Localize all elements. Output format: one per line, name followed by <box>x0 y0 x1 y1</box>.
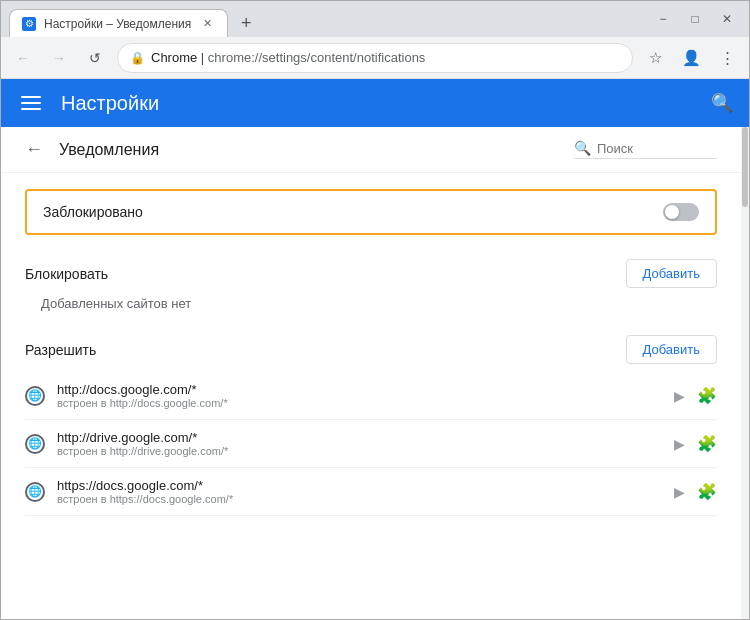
account-button[interactable]: 👤 <box>677 44 705 72</box>
window-controls: − □ ✕ <box>649 5 741 33</box>
toggle-area <box>663 203 699 221</box>
content-area[interactable]: ← Уведомления 🔍 Заблокировано <box>1 127 741 619</box>
site-chevron-2[interactable]: ▶ <box>674 484 685 500</box>
site-sub-1: встроен в http://drive.google.com/* <box>57 445 662 457</box>
empty-sites-label: Добавленных сайтов нет <box>25 296 717 311</box>
site-url-0: http://docs.google.com/* <box>57 382 662 397</box>
forward-button[interactable]: → <box>45 44 73 72</box>
site-row: 🌐 https://docs.google.com/* встроен в ht… <box>25 468 717 516</box>
tab-title: Настройки – Уведомления <box>44 17 191 31</box>
new-tab-button[interactable]: + <box>232 9 260 37</box>
scrollbar-thumb[interactable] <box>742 127 748 207</box>
block-section-label: Блокировать <box>25 266 108 282</box>
search-box-icon: 🔍 <box>574 140 591 156</box>
site-sub-0: встроен в http://docs.google.com/* <box>57 397 662 409</box>
allow-section-header: Разрешить Добавить <box>25 335 717 364</box>
site-icon-0: 🌐 <box>25 386 45 406</box>
url-separator: | <box>197 50 208 65</box>
site-puzzle-2[interactable]: 🧩 <box>697 482 717 501</box>
url-site: Chrome <box>151 50 197 65</box>
lock-icon: 🔒 <box>130 51 145 65</box>
add-block-button[interactable]: Добавить <box>626 259 717 288</box>
hamburger-line <box>21 102 41 104</box>
settings-header: Настройки 🔍 <box>1 79 749 127</box>
notifications-title: Уведомления <box>59 141 558 159</box>
allow-section: Разрешить Добавить 🌐 http://docs.google.… <box>1 327 741 516</box>
back-button[interactable]: ← <box>9 44 37 72</box>
add-allow-button[interactable]: Добавить <box>626 335 717 364</box>
toggle-knob <box>665 205 679 219</box>
notifications-header: ← Уведомления 🔍 <box>1 127 741 173</box>
site-icon-2: 🌐 <box>25 482 45 502</box>
browser-menu-button[interactable]: ⋮ <box>713 44 741 72</box>
search-box: 🔍 <box>574 140 717 159</box>
settings-search-icon[interactable]: 🔍 <box>711 92 733 114</box>
search-input[interactable] <box>597 141 717 156</box>
allow-section-label: Разрешить <box>25 342 96 358</box>
blocked-label: Заблокировано <box>43 204 143 220</box>
site-row: 🌐 http://docs.google.com/* встроен в htt… <box>25 372 717 420</box>
site-url-1: http://drive.google.com/* <box>57 430 662 445</box>
block-section: Блокировать Добавить Добавленных сайтов … <box>1 251 741 327</box>
titlebar: Настройки – Уведомления ✕ + − □ ✕ <box>1 1 749 37</box>
main-content: ← Уведомления 🔍 Заблокировано <box>1 127 749 619</box>
reload-button[interactable]: ↺ <box>81 44 109 72</box>
site-info-0: http://docs.google.com/* встроен в http:… <box>57 382 662 409</box>
tab-favicon <box>22 17 36 31</box>
hamburger-line <box>21 108 41 110</box>
site-puzzle-0[interactable]: 🧩 <box>697 386 717 405</box>
site-icon-1: 🌐 <box>25 434 45 454</box>
site-chevron-1[interactable]: ▶ <box>674 436 685 452</box>
maximize-button[interactable]: □ <box>681 5 709 33</box>
site-puzzle-1[interactable]: 🧩 <box>697 434 717 453</box>
hamburger-menu-button[interactable] <box>17 92 45 114</box>
url-path: chrome://settings/content/notifications <box>208 50 426 65</box>
site-info-2: https://docs.google.com/* встроен в http… <box>57 478 662 505</box>
hamburger-line <box>21 96 41 98</box>
site-info-1: http://drive.google.com/* встроен в http… <box>57 430 662 457</box>
bookmark-button[interactable]: ☆ <box>641 44 669 72</box>
site-sub-2: встроен в https://docs.google.com/* <box>57 493 662 505</box>
omnibox[interactable]: 🔒 Chrome | chrome://settings/content/not… <box>117 43 633 73</box>
blocked-toggle[interactable] <box>663 203 699 221</box>
url-display: Chrome | chrome://settings/content/notif… <box>151 50 620 65</box>
site-url-2: https://docs.google.com/* <box>57 478 662 493</box>
site-chevron-0[interactable]: ▶ <box>674 388 685 404</box>
minimize-button[interactable]: − <box>649 5 677 33</box>
browser-window: Настройки – Уведомления ✕ + − □ ✕ ← → ↺ … <box>0 0 750 620</box>
blocked-section: Заблокировано <box>25 189 717 235</box>
addressbar: ← → ↺ 🔒 Chrome | chrome://settings/conte… <box>1 37 749 79</box>
back-to-content-button[interactable]: ← <box>25 139 43 160</box>
scrollbar[interactable] <box>741 127 749 619</box>
site-row: 🌐 http://drive.google.com/* встроен в ht… <box>25 420 717 468</box>
active-tab[interactable]: Настройки – Уведомления ✕ <box>9 9 228 37</box>
block-section-header: Блокировать Добавить <box>25 259 717 288</box>
close-button[interactable]: ✕ <box>713 5 741 33</box>
tab-area: Настройки – Уведомления ✕ + <box>9 1 637 37</box>
settings-title: Настройки <box>61 92 695 115</box>
tab-close-button[interactable]: ✕ <box>199 16 215 32</box>
